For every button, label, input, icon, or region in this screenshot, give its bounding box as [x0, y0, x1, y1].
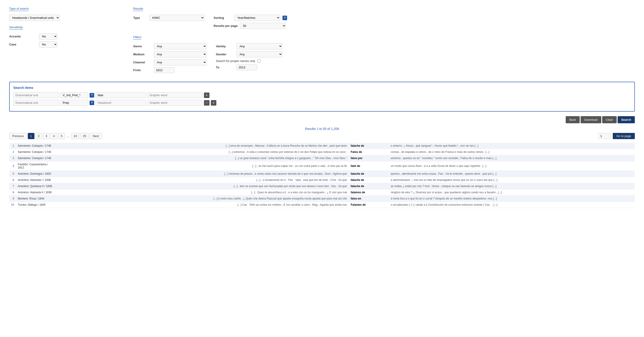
prep-input-1[interactable]	[61, 92, 88, 98]
headword-input-1[interactable]	[96, 92, 146, 98]
search-items-box: Search items ? + ? − +	[9, 82, 635, 112]
page-ellipsis: ...	[66, 134, 70, 138]
per-page-select[interactable]: 10 25 50 100	[240, 23, 286, 29]
next-btn[interactable]: Next	[90, 133, 102, 139]
row-num: 9	[9, 196, 16, 202]
page-btn-3[interactable]: 3	[43, 133, 50, 139]
genre-select[interactable]: Any Fiction Non-fiction	[154, 43, 207, 49]
help-btn-2[interactable]: ?	[90, 100, 94, 105]
row-context-before: [...] sirva de enxempro ; Maruxa : Colli…	[55, 143, 349, 149]
row-source: Anónimo: Quintana II / 1836	[16, 183, 55, 189]
sensitivity-title: Sensitivity	[9, 25, 23, 30]
graphic-input-2[interactable]	[148, 100, 202, 106]
sorting-help-btn[interactable]: ?	[282, 15, 287, 20]
table-row: 6 Anónimo: Alameda I / 1836 [...] , o Au…	[9, 177, 635, 183]
table-row: 1 Sarmiento: Coloquio / 1746 [...] sirva…	[9, 143, 635, 149]
row-source: Anónimo: Alameda I / 1836	[16, 177, 55, 183]
medium-select[interactable]: Any Written Spoken	[154, 51, 207, 57]
table-row: 9 Montero: Rosa / 1844 [...] é certo meu…	[9, 196, 635, 202]
search-type-title: Type of search	[9, 7, 29, 11]
row-context-before: [...] , ben se conese que son fachucadas…	[55, 183, 349, 189]
row-context-before: [...] , o Auntamento bo é . Farr . Vaia …	[55, 177, 349, 183]
case-label: Case	[9, 43, 37, 46]
sorting-label: Sorting	[214, 16, 232, 19]
search-items-title: Search items	[13, 86, 631, 89]
prep-input-2[interactable]	[61, 100, 88, 106]
proper-names-label: Search for proper names only	[216, 59, 255, 63]
search-button[interactable]: Search	[618, 116, 635, 123]
table-row: 2 Sarmiento: Coloquio / 1746 [...] extre…	[9, 149, 635, 155]
results-type-select[interactable]: KWIC Sentence Paragraph	[149, 15, 204, 21]
channel-label: Channel	[133, 61, 152, 64]
page-btn-5[interactable]: 5	[58, 133, 65, 139]
sorting-select[interactable]: Year/Matches Author Title	[234, 15, 280, 21]
row-source: Sarmiento: Coloquio / 1746	[16, 155, 55, 161]
add-row-btn[interactable]: +	[204, 92, 210, 98]
variety-select[interactable]: Any	[236, 43, 282, 49]
row-num: 2	[9, 149, 16, 155]
from-input[interactable]	[154, 67, 174, 73]
page-btn-2[interactable]: 2	[35, 133, 42, 139]
case-select[interactable]: No Yes	[39, 41, 58, 47]
row-match: falei de	[349, 161, 389, 171]
add-row-btn-2[interactable]: +	[211, 100, 216, 106]
results-table: 1 Sarmiento: Coloquio / 1746 [...] sirva…	[9, 143, 635, 208]
row-num: 1	[9, 143, 16, 149]
row-source: Anónimo: Alameda II / 1836	[16, 189, 55, 196]
accents-select[interactable]: No Yes	[39, 33, 58, 39]
row-source: Turnes: Diálogo / 1845	[16, 202, 55, 208]
goto-btn[interactable]: Go to page	[613, 133, 635, 139]
row-source: Sarmiento: Coloquio / 1746	[16, 149, 55, 155]
row-context-before: [...] é certo meu cariño . ¿ Quén che di…	[55, 196, 349, 202]
action-buttons: Back Download Clear Search	[9, 116, 635, 123]
page-btn-4[interactable]: 4	[50, 133, 57, 139]
table-row: 4 Fandiño: Casamenteira / 1812 [...] , s…	[9, 161, 635, 171]
row-context-after: ninghún de eles ? ¿ Dixemos por si acaso…	[389, 189, 635, 196]
row-context-after: extremo , quedou se en " mondieu " morto…	[389, 155, 635, 161]
from-label: From	[133, 68, 152, 72]
table-row: 10 Turnes: Diálogo / 1845 [...] Cax . Te…	[9, 202, 635, 208]
headword-input-2[interactable]	[96, 100, 146, 106]
goto-input[interactable]	[598, 133, 611, 139]
to-input[interactable]	[236, 64, 257, 70]
help-btn-1[interactable]: ?	[90, 93, 94, 98]
row-source: Sarmiento: Coloquio / 1746	[16, 143, 55, 149]
row-num: 4	[9, 161, 16, 171]
filters-title: Filters	[133, 35, 141, 39]
channel-select[interactable]: Any	[154, 59, 207, 65]
graphic-input-1[interactable]	[148, 92, 202, 98]
row-match: Falou de	[349, 149, 389, 155]
row-context-before: [...] extremos ; A vida e costumes conto…	[55, 149, 349, 155]
remove-row-btn[interactable]: −	[204, 100, 210, 106]
page-btn-1[interactable]: 1	[28, 133, 34, 139]
row-num: 8	[9, 189, 16, 196]
row-context-after: o enterro ; ¡ Xesús , qué sangual ! ; Xe…	[389, 143, 635, 149]
gram-input-2[interactable]	[13, 100, 59, 106]
row-source: Montero: Rosa / 1844	[16, 196, 55, 202]
row-context-before: [...] . Quen te aloumiñara a ti , e a el…	[55, 189, 349, 196]
pagination-right: Go to page	[598, 133, 635, 139]
row-context-after: o encabezado ( 1 ) ( alude a a Contribuc…	[389, 202, 635, 208]
row-match: falache de	[349, 183, 389, 189]
previous-btn[interactable]: Previous	[9, 133, 27, 139]
type-label: Type	[133, 16, 147, 19]
page-btn-24[interactable]: 24	[71, 133, 80, 139]
genre-label: Genre	[133, 44, 152, 48]
search-type-select[interactable]: Headwords / Grammatical units	[9, 15, 60, 21]
gram-input-1[interactable]	[13, 92, 59, 98]
gender-select[interactable]: Any Male Female	[236, 51, 282, 57]
row-context-before: [...] Cax . Teño as cortes sin molime , …	[55, 202, 349, 208]
pagination-bar: Previous 1 2 3 4 5 ... 24 25 Next Go to …	[9, 133, 635, 139]
page-btn-25[interactable]: 25	[80, 133, 89, 139]
row-source: Anónimo: Domingos / 1820	[16, 171, 55, 177]
back-button[interactable]: Back	[566, 116, 580, 123]
row-context-after: as Indias ¿ están por nós ? And . Home ,…	[389, 183, 635, 189]
table-row: 7 Anónimo: Quintana II / 1836 [...] , be…	[9, 183, 635, 189]
row-match: falache de	[349, 177, 389, 183]
proper-names-checkbox[interactable]	[258, 59, 260, 62]
row-context-before: [...] remesas de presos , e verás canto …	[55, 171, 349, 177]
download-button[interactable]: Download	[580, 116, 601, 123]
search-item-row-1: ? +	[13, 92, 631, 98]
clear-button[interactable]: Clear	[602, 116, 617, 123]
row-match: falache de	[349, 143, 389, 149]
